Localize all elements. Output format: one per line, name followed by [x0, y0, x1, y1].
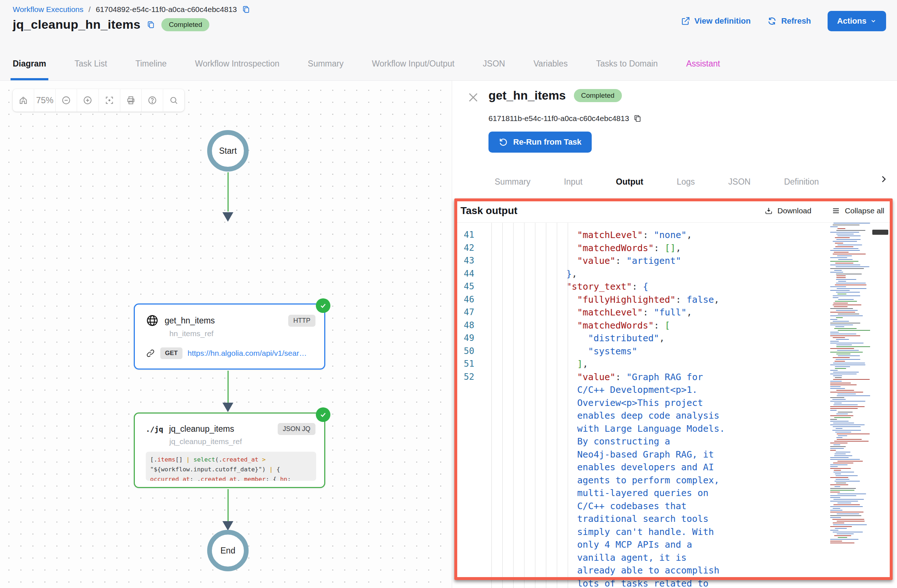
- minimap-line: [833, 423, 854, 423]
- fit-to-screen-button[interactable]: [99, 89, 120, 112]
- minimap-line: [834, 403, 842, 403]
- line-number: 42: [455, 242, 474, 255]
- minimap-line: [836, 479, 849, 480]
- main-tab-assistant[interactable]: Assistant: [686, 59, 720, 69]
- minimap-line: [830, 383, 851, 383]
- task-id: 6171811b-e54c-11f0-a0ca-c60c4ebc4813: [488, 114, 629, 123]
- minimap-line: [834, 361, 845, 361]
- task-tab-summary[interactable]: Summary: [494, 177, 530, 187]
- node-type-badge: JSON JQ: [278, 423, 315, 435]
- scrollbar-track[interactable]: [871, 199, 889, 588]
- refresh-icon: [767, 16, 777, 26]
- workflow-diagram-canvas[interactable]: 75% Start get_hn_items HTTP hn_items_ref…: [0, 81, 452, 588]
- main-tab-json[interactable]: JSON: [483, 59, 505, 69]
- copy-icon[interactable]: [147, 21, 155, 29]
- minimap-line: [836, 317, 843, 318]
- main-tab-diagram[interactable]: Diagram: [13, 59, 46, 69]
- zoom-in-button[interactable]: [77, 89, 98, 112]
- minimap-line: [830, 261, 859, 262]
- start-node[interactable]: Start: [207, 130, 249, 172]
- status-badge: Completed: [161, 18, 209, 31]
- collapse-all-icon: [831, 207, 840, 215]
- minimap-line: [838, 259, 853, 260]
- main-tab-task-list[interactable]: Task List: [75, 59, 107, 69]
- task-tab-output[interactable]: Output: [616, 177, 643, 187]
- rerun-from-task-button[interactable]: Re-Run from Task: [488, 132, 592, 153]
- code-line-47: 47"matchLevel": "full",: [455, 306, 892, 319]
- node-url-link[interactable]: https://hn.algolia.com/api/v1/sear…: [188, 349, 307, 358]
- search-button[interactable]: [163, 89, 184, 112]
- collapse-all-button[interactable]: Collapse all: [831, 207, 884, 215]
- main-tab-workflow-introspection[interactable]: Workflow Introspection: [195, 59, 280, 69]
- minimap-line: [833, 363, 865, 363]
- minimap-line: [838, 435, 847, 436]
- diagram-toolbar: 75%: [13, 89, 184, 112]
- print-button[interactable]: [120, 89, 142, 112]
- help-button[interactable]: [142, 89, 163, 112]
- actions-button[interactable]: Actions: [828, 11, 886, 31]
- main-tab-workflow-input-output[interactable]: Workflow Input/Output: [372, 59, 454, 69]
- json-output-viewer[interactable]: 41"matchLevel": "none",42"matchedWords":…: [455, 223, 892, 588]
- indent-guide: [502, 223, 503, 588]
- minimap-line: [830, 477, 848, 478]
- copy-icon[interactable]: [242, 5, 250, 14]
- minimap-line: [830, 352, 863, 352]
- minimap-line: [830, 419, 837, 420]
- minimap-line: [830, 495, 856, 496]
- task-tab-definition[interactable]: Definition: [784, 177, 819, 187]
- zoom-out-button[interactable]: [56, 89, 77, 112]
- main-tab-variables[interactable]: Variables: [534, 59, 568, 69]
- breadcrumb-separator: /: [89, 5, 91, 14]
- minimap-line: [830, 325, 853, 325]
- line-number: 49: [455, 332, 474, 345]
- task-node-get-hn-items[interactable]: get_hn_items HTTP hn_items_ref GET https…: [134, 303, 325, 370]
- connector-arrow-icon: [222, 403, 233, 412]
- minimap-line: [837, 294, 846, 294]
- minimap-line: [833, 522, 844, 523]
- end-node[interactable]: End: [207, 530, 249, 571]
- task-output-section: Task output Download Collapse all 41"mat…: [455, 199, 892, 588]
- minimap-line: [834, 270, 841, 271]
- connector-line: [228, 489, 229, 521]
- minimap-line: [837, 288, 866, 289]
- task-panel-tab-bar: SummaryInputOutputLogsJSONDefinition: [452, 171, 882, 193]
- minimap-line: [837, 461, 863, 461]
- chevron-right-icon[interactable]: [879, 175, 888, 184]
- minimap-line: [834, 535, 851, 536]
- task-tab-logs[interactable]: Logs: [677, 177, 695, 187]
- minimap-line: [838, 355, 860, 356]
- minimap-line: [836, 359, 860, 360]
- download-button[interactable]: Download: [764, 207, 811, 215]
- minimap-line: [835, 377, 842, 378]
- minimap-line: [830, 334, 856, 334]
- copy-icon[interactable]: [634, 115, 641, 122]
- breadcrumb-workflow-executions-link[interactable]: Workflow Executions: [13, 5, 84, 14]
- code-line-50: 50"systems": [455, 345, 892, 358]
- link-icon: [146, 349, 155, 358]
- jq-expression-preview[interactable]: [.items[] | select(.created_at >"${workf…: [146, 452, 316, 481]
- main-tab-timeline[interactable]: Timeline: [136, 59, 167, 69]
- minimap-line: [830, 530, 839, 531]
- minimap-line: [836, 266, 869, 267]
- refresh-button[interactable]: Refresh: [767, 16, 811, 26]
- minimap-line: [830, 323, 860, 323]
- home-button[interactable]: [13, 89, 34, 112]
- breadcrumb-execution-id: 61704892-e54c-11f0-a0ca-c60c4ebc4813: [96, 5, 237, 14]
- view-definition-button[interactable]: View definition: [681, 16, 751, 26]
- connector-arrow-icon: [222, 212, 233, 222]
- code-minimap[interactable]: [830, 218, 870, 578]
- task-tab-json[interactable]: JSON: [729, 177, 750, 187]
- task-node-jq-cleanup-items[interactable]: ./jq jq_cleanup_items JSON JQ jq_cleanup…: [134, 412, 325, 488]
- node-title: get_hn_items: [165, 316, 215, 326]
- minimap-line: [837, 493, 866, 494]
- task-tab-input[interactable]: Input: [564, 177, 582, 187]
- close-icon[interactable]: [467, 91, 480, 104]
- main-tab-tasks-to-domain[interactable]: Tasks to Domain: [596, 59, 658, 69]
- main-tab-summary[interactable]: Summary: [308, 59, 343, 69]
- scrollbar-thumb[interactable]: [872, 230, 888, 235]
- minimap-line: [835, 366, 850, 367]
- zoom-level-indicator[interactable]: 75%: [34, 89, 56, 112]
- minimap-line: [830, 250, 860, 251]
- minimap-line: [833, 296, 860, 296]
- minimap-line: [830, 497, 840, 498]
